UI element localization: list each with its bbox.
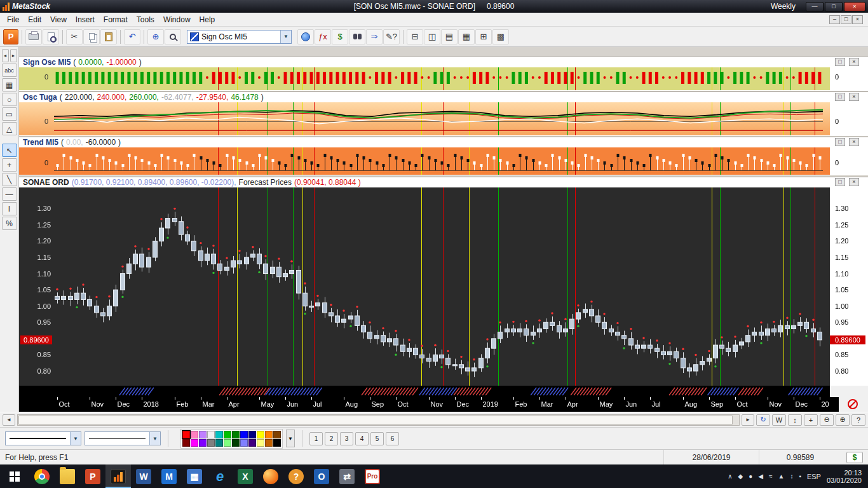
rectangle-tool[interactable]: ▭: [2, 107, 17, 121]
taskbar-explorer[interactable]: [55, 464, 80, 488]
tray-icon-cloud[interactable]: ●: [749, 473, 752, 480]
chevron-down-icon[interactable]: ▼: [149, 432, 160, 445]
taskbar-internet-explorer[interactable]: e: [207, 464, 233, 488]
tray-icon-network[interactable]: ≈: [769, 473, 773, 480]
layout-tile-vertical-button[interactable]: ▦: [458, 29, 475, 44]
layout-cascade-button[interactable]: ◫: [424, 29, 440, 44]
scrollbar-thumb[interactable]: [18, 416, 733, 424]
color-swatch[interactable]: [215, 431, 223, 438]
taskbar-word[interactable]: W: [131, 464, 156, 488]
menu-tools[interactable]: Tools: [132, 13, 159, 26]
dollar-icon[interactable]: $: [846, 452, 863, 463]
menu-view[interactable]: View: [46, 13, 71, 26]
paste-button[interactable]: [100, 29, 117, 44]
taskbar-powerpoint[interactable]: P: [80, 464, 105, 488]
mdi-restore-button[interactable]: □: [841, 15, 851, 24]
ellipse-tool[interactable]: ○: [2, 93, 17, 106]
tray-icon-updown[interactable]: ↕: [790, 473, 793, 480]
panel-maximize-button[interactable]: □: [835, 178, 845, 186]
color-swatch[interactable]: [199, 439, 207, 447]
start-button[interactable]: [0, 464, 29, 488]
panel-maximize-button[interactable]: □: [835, 58, 845, 66]
scroll-left-button[interactable]: ◄: [3, 414, 15, 426]
color-swatch[interactable]: [182, 439, 190, 447]
tray-icon-shield[interactable]: ◆: [738, 473, 743, 480]
taskbar-transfer[interactable]: ⇄: [334, 464, 360, 488]
vertical-scale-button[interactable]: ↕: [788, 414, 802, 426]
crosshair-button[interactable]: ⊕: [147, 29, 164, 44]
taskbar-metastock[interactable]: [105, 464, 131, 488]
indicator-combo[interactable]: Sign Osc MI5▼: [187, 30, 292, 44]
power-console-button[interactable]: P: [3, 29, 18, 44]
zoom-in-button[interactable]: ⊕: [836, 414, 850, 426]
taskbar-firefox[interactable]: [258, 464, 283, 488]
price-chart[interactable]: [19, 187, 868, 386]
help-pointer-button[interactable]: ✎?: [383, 29, 400, 44]
layout-new-button[interactable]: ⊟: [407, 29, 423, 44]
tray-icon-display[interactable]: ▪: [799, 473, 801, 480]
template-button-4[interactable]: 4: [355, 432, 369, 445]
pan-button[interactable]: +: [804, 414, 818, 426]
horizontal-line-tool[interactable]: —: [2, 187, 17, 201]
menu-edit[interactable]: Edit: [24, 13, 46, 26]
chevron-down-icon[interactable]: ▼: [70, 432, 81, 445]
color-swatch[interactable]: [248, 431, 256, 438]
tray-icon-signal[interactable]: ▲: [778, 473, 784, 480]
panel-close-button[interactable]: ×: [849, 93, 859, 101]
panel-close-button[interactable]: ×: [849, 138, 859, 146]
color-swatch[interactable]: [248, 439, 256, 447]
chevron-down-icon[interactable]: ▼: [280, 30, 291, 43]
color-swatch[interactable]: [191, 439, 198, 447]
sign-osc-chart[interactable]: [19, 67, 868, 90]
crosshair-tool[interactable]: +: [2, 158, 17, 172]
template-button-5[interactable]: 5: [370, 432, 384, 445]
line-weight-combo[interactable]: ▼: [85, 431, 161, 445]
print-preview-button[interactable]: [43, 29, 59, 44]
color-swatch[interactable]: [224, 431, 231, 438]
menu-file[interactable]: File: [3, 13, 24, 26]
w-button[interactable]: W: [772, 414, 786, 426]
taskbar-excel[interactable]: X: [233, 464, 258, 488]
mdi-minimize-button[interactable]: –: [829, 15, 840, 24]
panel-close-button[interactable]: ×: [849, 178, 859, 186]
template-button-6[interactable]: 6: [386, 432, 399, 445]
menu-help[interactable]: Help: [195, 13, 220, 26]
template-button-3[interactable]: 3: [340, 432, 353, 445]
text-tool[interactable]: abc: [2, 64, 17, 77]
scroll-right-button[interactable]: ►: [742, 414, 754, 426]
dollar-button[interactable]: $: [332, 29, 348, 44]
vertical-line-tool[interactable]: I: [2, 202, 17, 215]
globe-button[interactable]: [297, 29, 314, 44]
zoom-reset-button[interactable]: ↻: [756, 414, 770, 426]
trend-chart[interactable]: [19, 147, 868, 175]
print-button[interactable]: [25, 29, 42, 44]
color-swatch[interactable]: [224, 439, 231, 447]
palette-dropdown-icon[interactable]: ▼: [286, 430, 295, 447]
undo-button[interactable]: ↶: [124, 29, 140, 44]
maximize-button[interactable]: □: [825, 2, 843, 11]
color-swatch[interactable]: [207, 431, 215, 438]
mdi-close-button[interactable]: ×: [852, 15, 863, 24]
taskbar-outlook[interactable]: O: [309, 464, 334, 488]
menu-window[interactable]: Window: [159, 13, 195, 26]
color-swatch[interactable]: [257, 439, 264, 447]
taskbar-calculator[interactable]: ▦: [182, 464, 207, 488]
color-swatch[interactable]: [182, 431, 190, 438]
taskbar-m-app[interactable]: M: [156, 464, 182, 488]
menu-format[interactable]: Format: [99, 13, 132, 26]
language-indicator[interactable]: ESP: [807, 473, 821, 480]
tray-icon-volume[interactable]: ◀: [758, 473, 763, 480]
panel-close-button[interactable]: ×: [849, 58, 859, 66]
pointer-tool[interactable]: ↖: [2, 144, 17, 157]
expert-advisor-button[interactable]: ⇒: [366, 29, 383, 44]
layout-grid-button[interactable]: ⊞: [475, 29, 492, 44]
line-style-combo[interactable]: ▼: [5, 431, 81, 445]
zoom-out-button[interactable]: ⊖: [820, 414, 834, 426]
function-button[interactable]: ƒx: [315, 29, 331, 44]
color-swatch[interactable]: [265, 439, 273, 447]
copy-button[interactable]: [83, 29, 100, 44]
layout-tile-horizontal-button[interactable]: ▤: [441, 29, 458, 44]
taskbar-help[interactable]: ?: [283, 464, 309, 488]
close-button[interactable]: ×: [844, 2, 865, 11]
find-button[interactable]: [349, 29, 365, 44]
